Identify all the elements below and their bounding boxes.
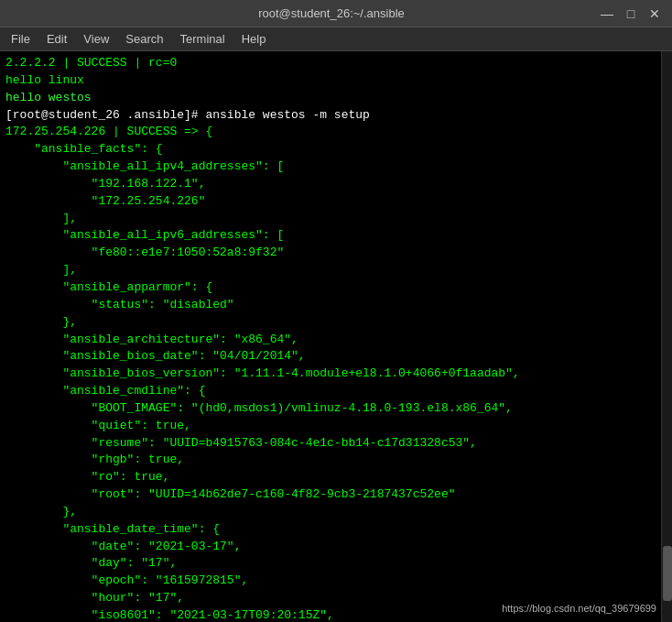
terminal-line-9: ], [5, 211, 656, 228]
scrollbar[interactable] [661, 51, 672, 622]
terminal-line-17: "ansible_bios_date": "04/01/2014", [5, 348, 656, 366]
menu-item-search[interactable]: Search [118, 30, 170, 48]
terminal-content[interactable]: 2.2.2.2 | SUCCESS | rc=0hello linuxhello… [0, 51, 661, 622]
terminal-line-24: "ro": true, [5, 469, 656, 486]
menu-item-file[interactable]: File [4, 30, 38, 48]
menu-item-view[interactable]: View [76, 30, 116, 48]
terminal-line-19: "ansible_cmdline": { [5, 383, 656, 400]
terminal-line-11: "fe80::e1e7:1050:52a8:9f32" [5, 245, 656, 262]
terminal-line-0: 2.2.2.2 | SUCCESS | rc=0 [5, 55, 656, 72]
terminal-line-20: "BOOT_IMAGE": "(hd0,msdos1)/vmlinuz-4.18… [5, 400, 656, 418]
terminal-line-32: "iso8601": "2021-03-17T09:20:15Z", [5, 607, 656, 622]
terminal-line-28: "date": "2021-03-17", [5, 539, 656, 556]
menu-item-edit[interactable]: Edit [39, 30, 74, 48]
minimize-button[interactable]: — [599, 5, 615, 22]
terminal-line-29: "day": "17", [5, 555, 656, 573]
terminal-line-1: hello linux [5, 72, 656, 90]
terminal-line-3: [root@student_26 .ansible]# ansible west… [5, 107, 656, 125]
terminal-line-26: }, [5, 504, 656, 521]
terminal-line-4: 172.25.254.226 | SUCCESS => { [5, 124, 656, 141]
terminal-line-12: ], [5, 262, 656, 279]
terminal-wrapper: 2.2.2.2 | SUCCESS | rc=0hello linuxhello… [0, 51, 672, 622]
terminal-line-5: "ansible_facts": { [5, 141, 656, 158]
menu-item-terminal[interactable]: Terminal [173, 30, 233, 48]
terminal-line-27: "ansible_date_time": { [5, 521, 656, 539]
terminal-line-2: hello westos [5, 90, 656, 107]
title-bar: root@student_26:~/.ansible — □ ✕ [0, 0, 672, 27]
terminal-line-30: "epoch": "1615972815", [5, 573, 656, 590]
terminal-line-22: "resume": "UUID=b4915763-084c-4e1c-bb14-… [5, 435, 656, 453]
terminal-line-15: }, [5, 314, 656, 332]
menu-item-help[interactable]: Help [234, 30, 274, 48]
terminal-line-23: "rhgb": true, [5, 452, 656, 469]
terminal-line-6: "ansible_all_ipv4_addresses": [ [5, 158, 656, 176]
scrollbar-thumb [663, 546, 672, 601]
terminal-line-25: "root": "UUID=14b62de7-c160-4f82-9cb3-21… [5, 486, 656, 504]
terminal-line-7: "192.168.122.1", [5, 176, 656, 193]
window-title: root@student_26:~/.ansible [64, 6, 599, 20]
terminal-line-8: "172.25.254.226" [5, 193, 656, 211]
terminal-line-18: "ansible_bios_version": "1.11.1-4.module… [5, 366, 656, 383]
terminal-line-21: "quiet": true, [5, 418, 656, 435]
terminal-line-14: "status": "disabled" [5, 297, 656, 314]
terminal-line-16: "ansible_architecture": "x86_64", [5, 332, 656, 349]
window-controls: — □ ✕ [599, 5, 663, 22]
terminal-line-13: "ansible_apparmor": { [5, 279, 656, 297]
terminal-line-10: "ansible_all_ipv6_addresses": [ [5, 227, 656, 245]
menu-bar: FileEditViewSearchTerminalHelp [0, 27, 672, 51]
close-button[interactable]: ✕ [646, 5, 663, 22]
maximize-button[interactable]: □ [623, 5, 639, 22]
terminal-line-31: "hour": "17", [5, 590, 656, 607]
